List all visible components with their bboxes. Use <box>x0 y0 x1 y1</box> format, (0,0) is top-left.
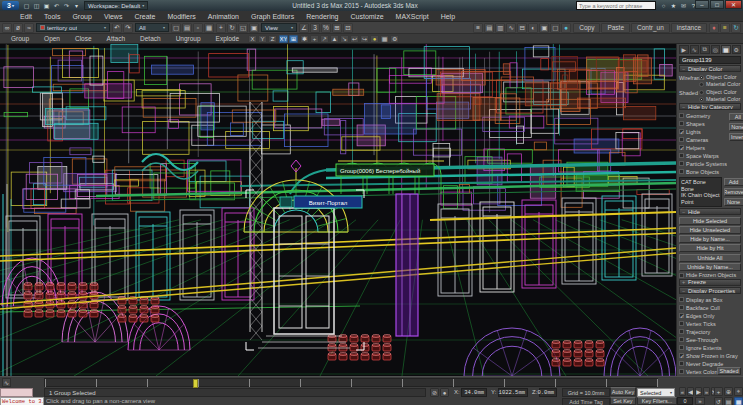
tab-motion[interactable]: ◎ <box>711 45 721 54</box>
minimize-button[interactable]: – <box>695 0 709 9</box>
select-object-icon[interactable]: ▢ <box>171 23 181 33</box>
zoom-all-icon[interactable]: ⊕ <box>724 387 733 396</box>
restrict-z-button[interactable]: Z <box>268 35 277 43</box>
rollout-hide-by-category[interactable]: −Hide by Category <box>679 103 741 110</box>
save-file-icon[interactable]: ▣ <box>42 1 51 10</box>
material-editor-icon[interactable]: ◐ <box>528 23 538 33</box>
radio-wireframe-material-color[interactable] <box>699 82 704 87</box>
next-frame-icon[interactable]: » <box>703 387 710 396</box>
x-coordinate-field[interactable]: 34.0mm <box>461 388 487 397</box>
open-button[interactable]: Open <box>37 35 67 43</box>
menu-animation[interactable]: Animation <box>202 11 245 22</box>
checkbox-ignore-extents[interactable] <box>679 345 684 350</box>
select-and-scale-icon[interactable]: ◱ <box>238 23 248 33</box>
new-scene-icon[interactable]: ▢ <box>22 1 31 10</box>
object-name-field[interactable] <box>679 56 741 64</box>
auto-key-button[interactable]: Auto Key <box>610 387 636 396</box>
checkbox-particle-systems[interactable] <box>679 161 684 166</box>
menu-tools[interactable]: Tools <box>38 11 66 22</box>
macro-recorder-box[interactable] <box>0 388 33 397</box>
checkbox-vertex-colors[interactable] <box>679 369 684 374</box>
rollout-hide[interactable]: −Hide <box>679 208 741 215</box>
key-set-dropdown[interactable]: Selected▾ <box>637 388 675 397</box>
key-filters-button[interactable]: Key Filters... <box>637 397 677 405</box>
named-selection-set-dropdown[interactable]: territory out ▾ <box>36 23 110 32</box>
hide-by-hit-button[interactable]: Hide by Hit <box>679 244 741 252</box>
bone-objects-list[interactable]: CAT BoneBoneIK Chain ObjectPoint <box>679 177 722 207</box>
checkbox-cameras[interactable] <box>679 137 684 142</box>
attach-button[interactable]: Attach <box>100 35 132 43</box>
search-input[interactable] <box>577 2 655 9</box>
menu-maxscript[interactable]: MAXScript <box>390 11 435 22</box>
none-button[interactable]: None <box>724 198 743 206</box>
restrict-plane-cycle-button[interactable]: ⊞ <box>289 35 298 43</box>
list-item[interactable]: Point <box>681 199 720 206</box>
lock-selection-toggle-icon[interactable]: ● <box>440 388 449 397</box>
checkbox-hide-frozen-objects[interactable] <box>679 273 684 278</box>
favorites-icon[interactable]: ★ <box>669 1 678 10</box>
add-button[interactable]: Add <box>724 178 743 186</box>
placement-icon[interactable]: ▣ <box>249 23 259 33</box>
selection-filter-dropdown[interactable]: All ▾ <box>135 23 169 32</box>
tab-hierarchy[interactable]: ⧉ <box>700 45 710 54</box>
mirror-icon[interactable]: ≡ <box>473 23 483 33</box>
select-and-move-icon[interactable]: + <box>216 23 226 33</box>
checkbox-helpers[interactable]: ✓ <box>679 145 684 150</box>
checkbox-show-frozen-in-gray[interactable]: ✓ <box>679 353 684 358</box>
quick-align-icon[interactable]: + <box>310 35 319 43</box>
tab-display[interactable]: ▦ <box>721 45 731 54</box>
checkbox-edges-only[interactable]: ✓ <box>679 313 684 318</box>
copy-button[interactable]: Copy <box>573 23 600 33</box>
window-crossing-icon[interactable]: ▦ <box>204 23 214 33</box>
undo-button-icon[interactable]: ↶ <box>112 23 122 33</box>
undo-icon[interactable]: ↶ <box>52 1 61 10</box>
add-time-tag[interactable]: Add Time Tag <box>562 398 610 405</box>
checkbox-backface-cull[interactable] <box>679 305 684 310</box>
biped-mode-icon[interactable]: ♦ <box>709 23 719 33</box>
snap-toggle-icon[interactable]: ∠ <box>299 23 309 33</box>
quick-access-more-icon[interactable]: ▾ <box>72 1 81 10</box>
vertex-colors-shaded-button[interactable]: Shaded <box>717 367 741 375</box>
align-icon[interactable]: ▤ <box>484 23 494 33</box>
layers-toggle-icon[interactable]: ≡ <box>720 23 730 33</box>
radio-shaded-material-color[interactable] <box>699 97 704 102</box>
edit-named-sets-icon[interactable]: ⊡ <box>343 23 353 33</box>
orbit-icon[interactable]: ↺ <box>714 397 723 405</box>
instance-button[interactable]: instance <box>671 23 707 33</box>
unlink-selection-icon[interactable]: ø <box>13 23 23 33</box>
restrict-y-button[interactable]: Y <box>258 35 267 43</box>
menu-help[interactable]: Help <box>435 11 461 22</box>
close-button[interactable]: ✕ <box>725 0 742 9</box>
spinner-snap-icon[interactable]: ⊞ <box>332 23 342 33</box>
radio-shaded-object-color[interactable] <box>699 90 704 95</box>
all-button[interactable]: All <box>729 113 743 121</box>
key-mode-toggle-icon[interactable]: » <box>695 397 705 405</box>
menu-modifiers[interactable]: Modifiers <box>161 11 201 22</box>
restrict-x-button[interactable]: X <box>248 35 257 43</box>
schematic-view-icon[interactable]: ⊟ <box>517 23 527 33</box>
pan-view-icon[interactable]: ▤ <box>724 397 733 405</box>
bind-to-space-warp-icon[interactable]: ≈ <box>24 23 34 33</box>
remove-button[interactable]: Remove <box>724 188 743 196</box>
grid-tool-icon[interactable]: ▦ <box>380 35 389 43</box>
rollout-display-color[interactable]: −Display Color <box>679 65 741 72</box>
redo-icon[interactable]: ↷ <box>62 1 71 10</box>
go-to-start-icon[interactable]: « <box>679 387 686 396</box>
menu-create[interactable]: Create <box>128 11 161 22</box>
redo-button-icon[interactable]: ↷ <box>123 23 133 33</box>
workspace-dropdown[interactable]: Workspace: Default▾ <box>84 1 148 10</box>
restrict-xy-plane-button[interactable]: XY <box>279 35 288 43</box>
curve-editor-icon[interactable]: ∿ <box>506 23 516 33</box>
maximize-button[interactable]: □ <box>710 0 724 9</box>
hide-by-name-button[interactable]: Hide by Name... <box>679 235 741 243</box>
menu-group[interactable]: Group <box>66 11 97 22</box>
hide-unselected-button[interactable]: Hide Unselected <box>679 226 741 234</box>
checkbox-never-degrade[interactable] <box>679 361 684 366</box>
ungroup-button[interactable]: Ungroup <box>169 35 208 43</box>
paste-button[interactable]: Paste <box>601 23 630 33</box>
explode-button[interactable]: Explode <box>209 35 247 43</box>
detach-button[interactable]: Detach <box>133 35 168 43</box>
isolate-icon[interactable]: ↩ <box>350 35 359 43</box>
sign-in-icon[interactable]: ○ <box>659 1 668 10</box>
menu-edit[interactable]: Edit <box>14 11 38 22</box>
